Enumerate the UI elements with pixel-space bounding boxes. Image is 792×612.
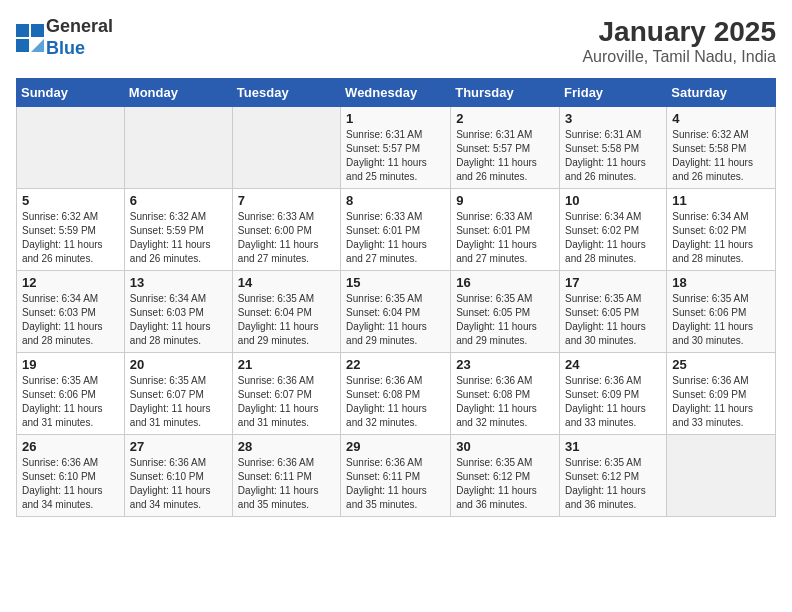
cell-info: Sunrise: 6:34 AM Sunset: 6:03 PM Dayligh… [130,292,227,348]
cell-info: Sunrise: 6:31 AM Sunset: 5:57 PM Dayligh… [346,128,445,184]
calendar-cell: 13Sunrise: 6:34 AM Sunset: 6:03 PM Dayli… [124,271,232,353]
cell-day-number: 29 [346,439,445,454]
cell-info: Sunrise: 6:36 AM Sunset: 6:10 PM Dayligh… [130,456,227,512]
calendar-cell: 3Sunrise: 6:31 AM Sunset: 5:58 PM Daylig… [560,107,667,189]
calendar-table: SundayMondayTuesdayWednesdayThursdayFrid… [16,78,776,517]
cell-day-number: 24 [565,357,661,372]
calendar-cell [667,435,776,517]
logo-text: General Blue [46,16,113,59]
calendar-cell: 20Sunrise: 6:35 AM Sunset: 6:07 PM Dayli… [124,353,232,435]
cell-day-number: 28 [238,439,335,454]
cell-info: Sunrise: 6:35 AM Sunset: 6:05 PM Dayligh… [456,292,554,348]
calendar-cell: 9Sunrise: 6:33 AM Sunset: 6:01 PM Daylig… [451,189,560,271]
cell-day-number: 3 [565,111,661,126]
weekday-header: Thursday [451,79,560,107]
calendar-cell: 28Sunrise: 6:36 AM Sunset: 6:11 PM Dayli… [232,435,340,517]
calendar-cell: 2Sunrise: 6:31 AM Sunset: 5:57 PM Daylig… [451,107,560,189]
cell-info: Sunrise: 6:31 AM Sunset: 5:57 PM Dayligh… [456,128,554,184]
weekday-header: Sunday [17,79,125,107]
cell-info: Sunrise: 6:32 AM Sunset: 5:59 PM Dayligh… [130,210,227,266]
cell-day-number: 5 [22,193,119,208]
cell-info: Sunrise: 6:36 AM Sunset: 6:07 PM Dayligh… [238,374,335,430]
cell-info: Sunrise: 6:33 AM Sunset: 6:00 PM Dayligh… [238,210,335,266]
calendar-cell: 4Sunrise: 6:32 AM Sunset: 5:58 PM Daylig… [667,107,776,189]
calendar-cell: 23Sunrise: 6:36 AM Sunset: 6:08 PM Dayli… [451,353,560,435]
weekday-header: Friday [560,79,667,107]
calendar-week-row: 19Sunrise: 6:35 AM Sunset: 6:06 PM Dayli… [17,353,776,435]
calendar-header-row: SundayMondayTuesdayWednesdayThursdayFrid… [17,79,776,107]
page-subtitle: Auroville, Tamil Nadu, India [582,48,776,66]
cell-day-number: 31 [565,439,661,454]
cell-info: Sunrise: 6:36 AM Sunset: 6:09 PM Dayligh… [565,374,661,430]
cell-day-number: 7 [238,193,335,208]
cell-info: Sunrise: 6:32 AM Sunset: 5:59 PM Dayligh… [22,210,119,266]
logo-blue: Blue [46,38,85,58]
cell-info: Sunrise: 6:35 AM Sunset: 6:05 PM Dayligh… [565,292,661,348]
cell-info: Sunrise: 6:35 AM Sunset: 6:12 PM Dayligh… [565,456,661,512]
calendar-week-row: 26Sunrise: 6:36 AM Sunset: 6:10 PM Dayli… [17,435,776,517]
cell-day-number: 2 [456,111,554,126]
svg-rect-1 [31,24,44,37]
cell-info: Sunrise: 6:36 AM Sunset: 6:08 PM Dayligh… [346,374,445,430]
cell-info: Sunrise: 6:35 AM Sunset: 6:12 PM Dayligh… [456,456,554,512]
cell-day-number: 4 [672,111,770,126]
logo-general: General [46,16,113,36]
cell-day-number: 20 [130,357,227,372]
svg-rect-0 [16,24,29,37]
calendar-cell: 27Sunrise: 6:36 AM Sunset: 6:10 PM Dayli… [124,435,232,517]
calendar-cell: 25Sunrise: 6:36 AM Sunset: 6:09 PM Dayli… [667,353,776,435]
cell-day-number: 26 [22,439,119,454]
cell-day-number: 18 [672,275,770,290]
cell-info: Sunrise: 6:33 AM Sunset: 6:01 PM Dayligh… [456,210,554,266]
cell-day-number: 8 [346,193,445,208]
cell-info: Sunrise: 6:36 AM Sunset: 6:09 PM Dayligh… [672,374,770,430]
calendar-cell [17,107,125,189]
calendar-cell: 30Sunrise: 6:35 AM Sunset: 6:12 PM Dayli… [451,435,560,517]
calendar-cell: 17Sunrise: 6:35 AM Sunset: 6:05 PM Dayli… [560,271,667,353]
calendar-cell: 22Sunrise: 6:36 AM Sunset: 6:08 PM Dayli… [341,353,451,435]
cell-info: Sunrise: 6:36 AM Sunset: 6:11 PM Dayligh… [346,456,445,512]
cell-day-number: 22 [346,357,445,372]
cell-day-number: 25 [672,357,770,372]
cell-info: Sunrise: 6:36 AM Sunset: 6:11 PM Dayligh… [238,456,335,512]
calendar-cell: 26Sunrise: 6:36 AM Sunset: 6:10 PM Dayli… [17,435,125,517]
weekday-header: Monday [124,79,232,107]
cell-day-number: 12 [22,275,119,290]
weekday-header: Wednesday [341,79,451,107]
cell-info: Sunrise: 6:35 AM Sunset: 6:06 PM Dayligh… [672,292,770,348]
calendar-cell: 1Sunrise: 6:31 AM Sunset: 5:57 PM Daylig… [341,107,451,189]
cell-info: Sunrise: 6:35 AM Sunset: 6:04 PM Dayligh… [238,292,335,348]
calendar-cell: 24Sunrise: 6:36 AM Sunset: 6:09 PM Dayli… [560,353,667,435]
cell-day-number: 10 [565,193,661,208]
page-title: January 2025 [582,16,776,48]
calendar-week-row: 1Sunrise: 6:31 AM Sunset: 5:57 PM Daylig… [17,107,776,189]
cell-day-number: 15 [346,275,445,290]
cell-day-number: 11 [672,193,770,208]
page-header: General Blue January 2025 Auroville, Tam… [16,16,776,66]
calendar-cell: 12Sunrise: 6:34 AM Sunset: 6:03 PM Dayli… [17,271,125,353]
calendar-cell: 14Sunrise: 6:35 AM Sunset: 6:04 PM Dayli… [232,271,340,353]
cell-day-number: 30 [456,439,554,454]
cell-info: Sunrise: 6:36 AM Sunset: 6:10 PM Dayligh… [22,456,119,512]
calendar-cell: 29Sunrise: 6:36 AM Sunset: 6:11 PM Dayli… [341,435,451,517]
cell-day-number: 19 [22,357,119,372]
cell-info: Sunrise: 6:32 AM Sunset: 5:58 PM Dayligh… [672,128,770,184]
calendar-cell: 21Sunrise: 6:36 AM Sunset: 6:07 PM Dayli… [232,353,340,435]
calendar-cell: 6Sunrise: 6:32 AM Sunset: 5:59 PM Daylig… [124,189,232,271]
calendar-cell [124,107,232,189]
calendar-cell [232,107,340,189]
cell-info: Sunrise: 6:35 AM Sunset: 6:04 PM Dayligh… [346,292,445,348]
title-block: January 2025 Auroville, Tamil Nadu, Indi… [582,16,776,66]
calendar-cell: 10Sunrise: 6:34 AM Sunset: 6:02 PM Dayli… [560,189,667,271]
logo-icon [16,24,44,52]
cell-info: Sunrise: 6:34 AM Sunset: 6:03 PM Dayligh… [22,292,119,348]
cell-day-number: 21 [238,357,335,372]
calendar-cell: 16Sunrise: 6:35 AM Sunset: 6:05 PM Dayli… [451,271,560,353]
calendar-cell: 7Sunrise: 6:33 AM Sunset: 6:00 PM Daylig… [232,189,340,271]
cell-info: Sunrise: 6:35 AM Sunset: 6:06 PM Dayligh… [22,374,119,430]
logo: General Blue [16,16,113,59]
cell-info: Sunrise: 6:35 AM Sunset: 6:07 PM Dayligh… [130,374,227,430]
calendar-cell: 19Sunrise: 6:35 AM Sunset: 6:06 PM Dayli… [17,353,125,435]
calendar-cell: 31Sunrise: 6:35 AM Sunset: 6:12 PM Dayli… [560,435,667,517]
cell-day-number: 23 [456,357,554,372]
